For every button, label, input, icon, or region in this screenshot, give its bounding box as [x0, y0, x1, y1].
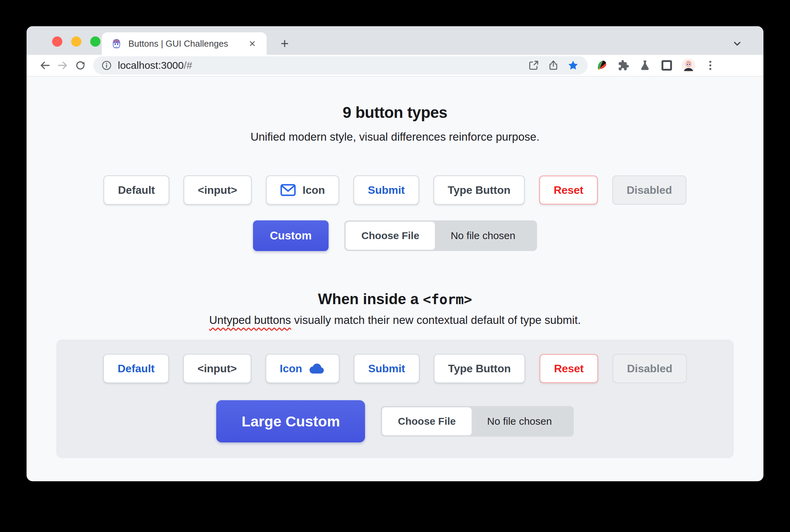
custom-button[interactable]: Custom — [253, 220, 329, 251]
reset-button[interactable]: Reset — [539, 175, 598, 205]
form-default-button[interactable]: Default — [103, 354, 169, 383]
page-title: 9 button types — [27, 103, 763, 122]
tab-strip: Buttons | GUI Challenges — [27, 26, 763, 55]
site-info-icon[interactable] — [101, 60, 112, 71]
form-icon-button-label: Icon — [280, 362, 302, 375]
profile-avatar[interactable] — [680, 57, 697, 74]
page-content: 9 button types Unified modern style, vis… — [27, 77, 763, 458]
window-controls — [52, 36, 100, 47]
form-section-title: When inside a <form> — [27, 291, 763, 308]
tab-search-chevron-icon[interactable] — [729, 35, 746, 52]
browser-menu-icon[interactable] — [702, 57, 718, 74]
form-section-title-code: <form> — [423, 292, 472, 307]
flask-icon[interactable] — [637, 57, 653, 74]
form-submit-button[interactable]: Submit — [354, 354, 419, 383]
zoom-window-button[interactable] — [90, 36, 100, 47]
extension-feather-icon[interactable] — [593, 57, 610, 74]
page-subtitle: Unified modern style, visual differences… — [27, 130, 763, 143]
form-button-row: Default <input> Icon Submit Type Button … — [56, 354, 734, 383]
share-icon[interactable] — [546, 58, 561, 73]
tab-buttons-gui-challenges[interactable]: Buttons | GUI Challenges — [102, 32, 267, 55]
form-choose-file-button[interactable]: Choose File — [382, 407, 471, 435]
file-status-text: No file chosen — [435, 230, 536, 241]
file-input[interactable]: Choose File No file chosen — [344, 220, 537, 251]
form-file-status-text: No file chosen — [472, 416, 572, 427]
bookmark-star-icon[interactable] — [565, 58, 581, 73]
open-in-new-icon[interactable] — [526, 58, 541, 73]
form-file-input[interactable]: Choose File No file chosen — [381, 406, 573, 437]
hero-button-row: Default <input> Icon Submit Type Button … — [27, 175, 763, 205]
spellcheck-squiggle-text: Untyped buttons — [209, 314, 291, 326]
extensions-puzzle-icon[interactable] — [615, 57, 631, 74]
form-section-title-text: When inside a — [318, 291, 423, 307]
favicon-skull-icon — [111, 38, 122, 49]
default-button[interactable]: Default — [104, 175, 169, 205]
large-custom-button[interactable]: Large Custom — [216, 400, 365, 442]
type-button[interactable]: Type Button — [433, 175, 525, 205]
browser-window: Buttons | GUI Challenges — [27, 26, 763, 481]
tab-title: Buttons | GUI Challenges — [128, 38, 241, 49]
disabled-button: Disabled — [612, 175, 686, 205]
icon-button[interactable]: Icon — [266, 175, 339, 205]
close-window-button[interactable] — [52, 36, 62, 47]
input-button[interactable]: <input> — [184, 175, 252, 205]
url-host: localhost:3000 — [118, 60, 184, 71]
submit-button[interactable]: Submit — [353, 175, 419, 205]
form-input-button[interactable]: <input> — [183, 354, 251, 383]
form-icon-button[interactable]: Icon — [266, 354, 340, 383]
form-container: Default <input> Icon Submit Type Button … — [56, 340, 734, 458]
cloud-icon — [309, 363, 325, 374]
form-type-button[interactable]: Type Button — [434, 354, 525, 383]
icon-button-label: Icon — [303, 184, 325, 197]
envelope-icon — [280, 184, 296, 197]
hero-button-row-2: Custom Choose File No file chosen — [27, 220, 763, 251]
form-disabled-button: Disabled — [613, 354, 686, 383]
sidebar-box-icon[interactable] — [659, 57, 675, 74]
forward-icon[interactable] — [54, 57, 72, 74]
form-section-subtitle-rest: visually match their new contextual defa… — [291, 314, 581, 326]
reload-icon[interactable] — [72, 57, 89, 74]
new-tab-button[interactable] — [276, 35, 293, 52]
form-reset-button[interactable]: Reset — [539, 354, 598, 383]
back-icon[interactable] — [36, 57, 54, 74]
browser-toolbar: localhost:3000/# — [27, 55, 763, 77]
choose-file-button[interactable]: Choose File — [346, 222, 435, 250]
tab-close-icon[interactable] — [247, 38, 258, 49]
minimize-window-button[interactable] — [71, 36, 81, 47]
form-button-row-2: Large Custom Choose File No file chosen — [56, 400, 734, 442]
address-bar[interactable]: localhost:3000/# — [93, 56, 588, 75]
url-text[interactable]: localhost:3000/# — [118, 60, 522, 71]
url-path: /# — [184, 60, 192, 71]
form-section-subtitle: Untyped buttons visually match their new… — [27, 314, 763, 327]
